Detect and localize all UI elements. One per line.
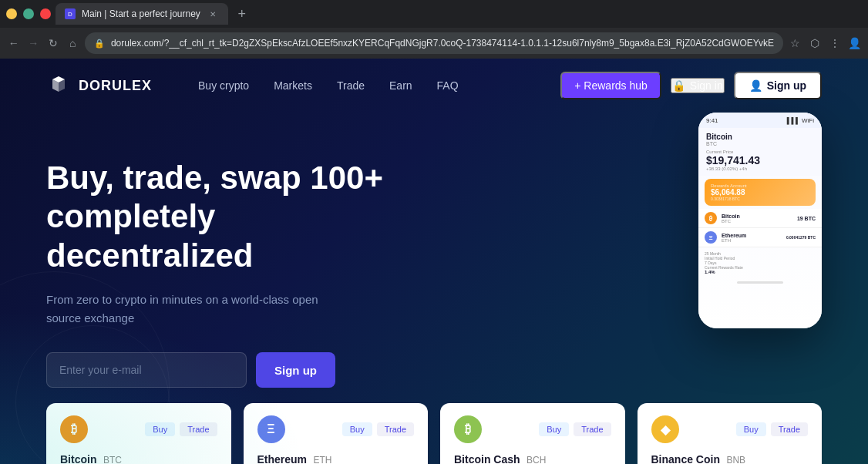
- phone-btc-value: 19 BTC: [797, 216, 816, 221]
- phone-header: Bitcoin BTC Current Price $19,741.43 +38…: [698, 128, 822, 176]
- nav-links: Buy crypto Markets Trade Earn FAQ: [198, 79, 560, 92]
- nav-buy-crypto[interactable]: Buy crypto: [198, 79, 249, 92]
- price-card-bch: ₿ Buy Trade Bitcoin Cash BCH $400.50 -6.…: [440, 403, 625, 464]
- phone-status-bar: 9:41 ▌▌▌ WiFi: [698, 113, 822, 128]
- hero-visual: 9:41 ▌▌▌ WiFi Bitcoin BTC Current Price …: [544, 105, 837, 398]
- nav-faq[interactable]: FAQ: [437, 79, 459, 92]
- window-controls: [6, 8, 51, 19]
- url-text: dorulex.com/?__cf_chl_rt_tk=D2gZXSpEkscA…: [111, 38, 774, 49]
- phone-hold-info: 25 Month Initial Hold Period 7 Days Curr…: [698, 247, 822, 278]
- nav-trade[interactable]: Trade: [337, 79, 365, 92]
- btc-ticker: BTC: [103, 455, 122, 464]
- bch-trade-button[interactable]: Trade: [574, 422, 611, 436]
- hero-title: Buy, trade, swap 100+ completely decentr…: [46, 159, 416, 275]
- rewards-hub-button[interactable]: + Rewards hub: [560, 72, 661, 99]
- hero-subtitle: From zero to crypto in minutes on a worl…: [46, 291, 324, 328]
- eth-icon: Ξ: [257, 415, 285, 443]
- phone-change: +38.33 (0.02%) +4h: [706, 166, 814, 171]
- phone-screen: 9:41 ▌▌▌ WiFi Bitcoin BTC Current Price …: [698, 113, 822, 328]
- home-button[interactable]: ⌂: [65, 32, 79, 54]
- navbar: DORULEX Buy crypto Markets Trade Earn FA…: [0, 59, 868, 113]
- bch-actions: Buy Trade: [539, 422, 611, 436]
- price-card-btc: ₿ Buy Trade Bitcoin BTC $99,870.16 -2.54…: [46, 403, 231, 464]
- btc-trade-button[interactable]: Trade: [180, 422, 217, 436]
- phone-eth-info: Ethereum ETH: [722, 233, 782, 243]
- email-input[interactable]: [46, 352, 247, 388]
- bch-card-header: ₿ Buy Trade: [454, 415, 611, 443]
- new-tab-button[interactable]: +: [231, 3, 253, 25]
- signup-label: Sign up: [767, 79, 806, 92]
- phone-btc-name: Bitcoin: [722, 214, 792, 219]
- eth-card-header: Ξ Buy Trade: [257, 415, 415, 443]
- logo-text: DORULEX: [79, 78, 152, 94]
- phone-time: 9:41: [706, 117, 718, 124]
- phone-rewards-sub: 0.30381718 BTC: [711, 197, 809, 201]
- eth-buy-button[interactable]: Buy: [342, 422, 372, 436]
- eth-name: Ethereum: [257, 453, 308, 464]
- restore-button[interactable]: [23, 8, 34, 19]
- nav-markets[interactable]: Markets: [274, 79, 312, 92]
- bookmark-button[interactable]: ☆: [788, 32, 802, 54]
- forward-button[interactable]: →: [25, 32, 40, 54]
- signin-button[interactable]: 🔒 Sign in: [671, 78, 725, 93]
- bch-name-row: Bitcoin Cash BCH: [454, 452, 611, 464]
- bnb-icon: ◆: [651, 415, 679, 443]
- btc-name: Bitcoin: [60, 453, 96, 464]
- btc-buy-button[interactable]: Buy: [145, 422, 175, 436]
- signin-icon: 🔒: [672, 79, 685, 92]
- phone-signal: ▌▌▌ WiFi: [787, 117, 814, 124]
- nav-actions: + Rewards hub 🔒 Sign in 👤 Sign up: [560, 72, 822, 99]
- signin-label: Sign in: [690, 79, 723, 92]
- refresh-button[interactable]: ↻: [45, 32, 60, 54]
- btc-name-row: Bitcoin BTC: [60, 452, 217, 464]
- eth-actions: Buy Trade: [342, 422, 414, 436]
- phone-coin-ticker: BTC: [706, 141, 814, 146]
- phone-mockup: 9:41 ▌▌▌ WiFi Bitcoin BTC Current Price …: [698, 113, 822, 328]
- bch-ticker: BCH: [527, 455, 546, 464]
- tab-favicon: D: [65, 8, 76, 19]
- close-button[interactable]: [40, 8, 51, 19]
- eth-name-row: Ethereum ETH: [257, 452, 415, 464]
- phone-eth-icon: Ξ: [705, 231, 717, 244]
- phone-btc-ticker: BTC: [722, 219, 792, 224]
- bch-buy-button[interactable]: Buy: [539, 422, 569, 436]
- phone-asset-bitcoin: ₿ Bitcoin BTC 19 BTC: [698, 209, 822, 228]
- back-button[interactable]: ←: [6, 32, 21, 54]
- lock-icon: 🔒: [94, 39, 105, 49]
- bnb-card-header: ◆ Buy Trade: [651, 415, 809, 443]
- profile-button[interactable]: 👤: [847, 32, 862, 54]
- phone-btc-icon: ₿: [705, 212, 717, 224]
- phone-eth-name: Ethereum: [722, 233, 782, 238]
- bnb-trade-button[interactable]: Trade: [771, 422, 808, 436]
- page: DORULEX Buy crypto Markets Trade Earn FA…: [0, 59, 868, 464]
- settings-button[interactable]: ⋮: [827, 32, 842, 54]
- bch-name: Bitcoin Cash: [454, 453, 520, 464]
- price-card-eth: Ξ Buy Trade Ethereum ETH $3,104.20 -5.96…: [244, 403, 429, 464]
- phone-coin-name: Bitcoin: [706, 133, 814, 141]
- bnb-name-row: Binance Coin BNB: [651, 452, 809, 464]
- logo[interactable]: DORULEX: [46, 73, 152, 98]
- btc-card-header: ₿ Buy Trade: [60, 415, 217, 443]
- eth-trade-button[interactable]: Trade: [377, 422, 414, 436]
- minimize-button[interactable]: [6, 8, 17, 19]
- signup-icon: 👤: [749, 79, 762, 92]
- phone-eth-value: 0.00041279 BTC: [786, 235, 816, 240]
- browser-chrome: D Main | Start a perfect journey ✕ +: [0, 0, 868, 28]
- hero-signup-button[interactable]: Sign up: [256, 352, 335, 388]
- phone-btc-info: Bitcoin BTC: [722, 214, 792, 224]
- tab-close-button[interactable]: ✕: [207, 8, 219, 20]
- phone-home-indicator: [737, 281, 783, 284]
- tab-title: Main | Start a perfect journey: [82, 8, 200, 19]
- nav-earn[interactable]: Earn: [389, 79, 412, 92]
- phone-asset-eth: Ξ Ethereum ETH 0.00041279 BTC: [698, 228, 822, 247]
- url-bar[interactable]: 🔒 dorulex.com/?__cf_chl_rt_tk=D2gZXSpEks…: [85, 32, 783, 54]
- signup-button[interactable]: 👤 Sign up: [734, 72, 822, 99]
- bnb-buy-button[interactable]: Buy: [736, 422, 766, 436]
- price-section: ₿ Buy Trade Bitcoin BTC $99,870.16 -2.54…: [0, 388, 868, 464]
- phone-rewards-amount: $6,064.88: [711, 188, 809, 197]
- browser-tabs: D Main | Start a perfect journey ✕ +: [56, 3, 862, 25]
- bnb-actions: Buy Trade: [736, 422, 808, 436]
- extensions-button[interactable]: ⬡: [808, 32, 823, 54]
- phone-rewards-card: Rewards Account $6,064.88 0.30381718 BTC: [705, 179, 816, 206]
- active-tab[interactable]: D Main | Start a perfect journey ✕: [56, 3, 228, 25]
